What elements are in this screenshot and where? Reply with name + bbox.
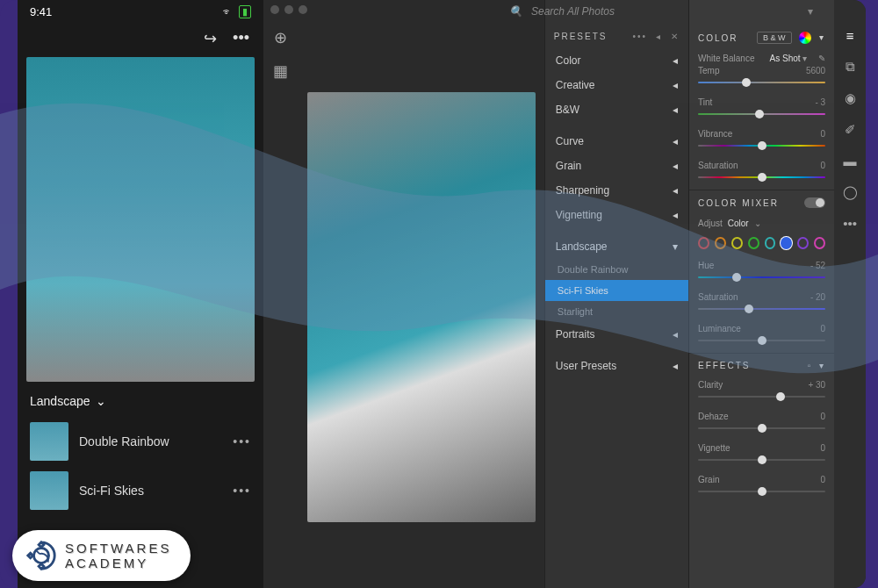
vibrance-slider[interactable] — [698, 139, 825, 153]
adjust-label: Adjust — [698, 219, 723, 228]
slider-label: Clarity — [698, 380, 723, 390]
slider-label: Tint — [698, 97, 712, 107]
slider-label: Vignette — [698, 443, 730, 453]
mixer-toggle[interactable] — [804, 197, 825, 208]
search-icon: 🔍 — [509, 5, 522, 18]
slider-value: 0 — [821, 475, 826, 484]
mobile-category-dropdown[interactable]: Landscape ⌄ — [18, 385, 263, 417]
preset-more-icon[interactable]: ••• — [233, 434, 251, 448]
color-swatch-orange[interactable] — [715, 237, 726, 249]
color-swatch-aqua[interactable] — [765, 237, 776, 249]
chevron-left-icon: ◂ — [673, 160, 678, 172]
watermark-logo: SOFTWARES ACADEMY — [12, 530, 191, 581]
effects-title: EFFECTS — [698, 361, 751, 370]
slider-value: 0 — [821, 412, 826, 421]
presets-close-icon[interactable]: ✕ — [671, 32, 680, 41]
preset-item[interactable]: Double Rainbow — [545, 259, 688, 280]
maximize-icon[interactable] — [299, 5, 307, 14]
heal-icon[interactable]: ◉ — [845, 90, 856, 106]
mobile-status-bar: 9:41 ᯤ ▮ — [18, 0, 263, 24]
mobile-preset-row[interactable]: Double Rainbow ••• — [18, 417, 263, 466]
chevron-left-icon: ◂ — [673, 79, 678, 91]
crop-icon[interactable]: ⧉ — [846, 59, 855, 75]
preset-category[interactable]: Vignetting◂ — [545, 203, 688, 227]
slider-label: Saturation — [698, 292, 738, 302]
mixer-saturation-slider[interactable] — [698, 302, 825, 316]
bw-toggle[interactable]: B & W — [757, 32, 792, 44]
category-label: Landscape — [30, 394, 90, 408]
mobile-photo-preview[interactable] — [26, 57, 255, 382]
chevron-left-icon: ◂ — [673, 135, 678, 147]
effects-menu-icon[interactable]: ▫ — [808, 361, 813, 370]
saturation-slider[interactable] — [698, 170, 825, 184]
color-swatch-yellow[interactable] — [731, 237, 743, 249]
color-swatch-purple[interactable] — [797, 237, 809, 249]
eyedropper-icon[interactable]: ✎ — [818, 54, 825, 63]
gradient-icon[interactable]: ▬ — [844, 154, 857, 169]
redo-icon[interactable]: ↪ — [204, 29, 217, 48]
presets-title: PRESETS — [554, 32, 608, 41]
filter-icon[interactable]: ▾ — [808, 5, 813, 18]
luminance-slider[interactable] — [698, 333, 825, 348]
brush-icon[interactable]: ✐ — [845, 122, 856, 138]
color-swatch-green[interactable] — [748, 237, 759, 249]
top-search-bar[interactable]: 🔍 Search All Photos ▾ — [509, 5, 813, 18]
preset-thumb — [30, 471, 68, 510]
left-toolbar: ⊕ ▦ — [263, 0, 299, 588]
preset-item[interactable]: Starlight — [545, 301, 688, 322]
preset-category[interactable]: Color◂ — [545, 48, 688, 73]
window-traffic-lights[interactable] — [270, 5, 307, 14]
more-tools-icon[interactable]: ••• — [843, 216, 857, 231]
mobile-panel: 9:41 ᯤ ▮ ↪ ••• Landscape ⌄ Double Rainbo… — [18, 0, 263, 588]
vignette-slider[interactable] — [698, 453, 825, 467]
temp-slider[interactable] — [698, 75, 825, 90]
preset-item-selected[interactable]: Sci-Fi Skies — [545, 280, 688, 301]
preset-category[interactable]: User Presets◂ — [545, 354, 688, 378]
slider-label: Saturation — [698, 161, 738, 170]
preset-category[interactable]: Sharpening◂ — [545, 178, 688, 203]
logo-line1: SOFTWARES — [65, 541, 171, 556]
preset-category[interactable]: Grain◂ — [545, 154, 688, 178]
color-swatch-red[interactable] — [698, 237, 709, 249]
white-balance-dropdown[interactable]: As Shot — [770, 54, 801, 63]
preset-category[interactable]: Portraits◂ — [545, 322, 688, 347]
minimize-icon[interactable] — [284, 5, 293, 14]
grid-icon[interactable]: ▦ — [273, 61, 288, 81]
color-mixer-title: COLOR MIXER — [698, 198, 779, 208]
slider-value: 0 — [821, 129, 826, 139]
clarity-slider[interactable] — [698, 390, 825, 404]
slider-label: Grain — [698, 475, 719, 484]
slider-value: - 52 — [810, 261, 825, 270]
preset-category[interactable]: Curve◂ — [545, 129, 688, 154]
white-balance-label: White Balance — [698, 54, 754, 63]
chevron-down-icon: ⌄ — [754, 219, 761, 228]
color-swatch-magenta[interactable] — [814, 237, 825, 249]
preset-more-icon[interactable]: ••• — [233, 484, 251, 498]
color-wheel-icon[interactable] — [799, 32, 811, 44]
chevron-left-icon: ◂ — [673, 54, 678, 67]
photo-canvas[interactable] — [299, 0, 544, 588]
more-icon[interactable]: ••• — [233, 29, 249, 48]
dehaze-slider[interactable] — [698, 421, 825, 435]
chevron-down-icon: ⌄ — [96, 394, 106, 408]
mobile-preset-row[interactable]: Sci-Fi Skies ••• — [18, 466, 263, 515]
chevron-down-icon[interactable]: ▾ — [819, 32, 825, 42]
close-icon[interactable] — [270, 5, 279, 14]
adjust-dropdown[interactable]: Color — [728, 219, 749, 228]
color-mixer-swatches — [689, 232, 834, 258]
hue-slider[interactable] — [698, 270, 825, 284]
radial-icon[interactable]: ◯ — [843, 184, 858, 200]
preset-category[interactable]: B&W◂ — [545, 97, 688, 122]
slider-value: 5600 — [806, 66, 825, 75]
battery-icon: ▮ — [239, 5, 251, 18]
add-icon[interactable]: ⊕ — [274, 28, 287, 47]
preset-category[interactable]: Creative◂ — [545, 73, 688, 97]
chevron-down-icon[interactable]: ▾ — [819, 361, 825, 370]
adjust-icon[interactable]: ≡ — [846, 28, 854, 43]
presets-more-icon[interactable]: ••• — [632, 32, 647, 41]
preset-category-landscape[interactable]: Landscape▾ — [545, 234, 688, 259]
presets-collapse-icon[interactable]: ◂ — [656, 32, 662, 41]
tint-slider[interactable] — [698, 107, 825, 121]
color-swatch-blue[interactable] — [781, 237, 792, 249]
grain-slider[interactable] — [698, 484, 825, 498]
